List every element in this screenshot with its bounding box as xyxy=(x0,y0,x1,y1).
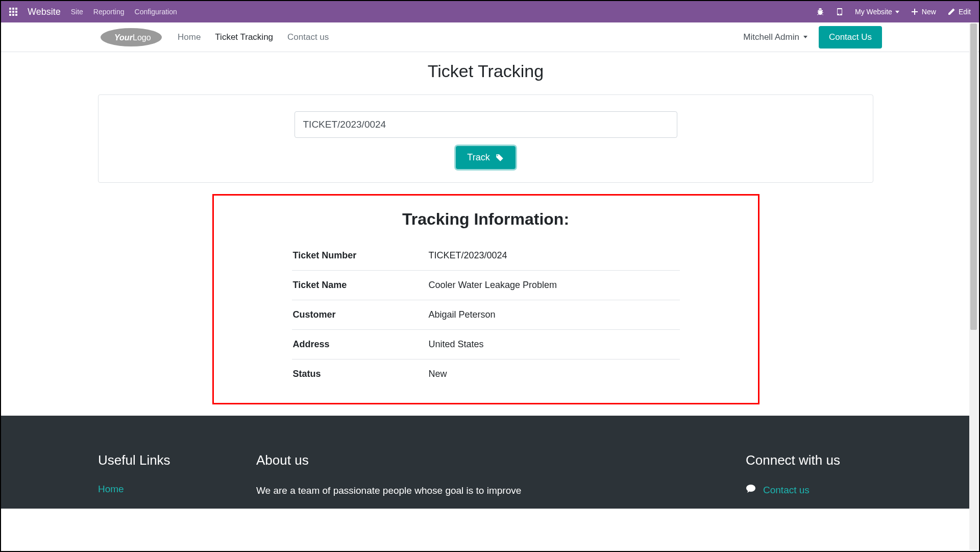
footer-link-home[interactable]: Home xyxy=(98,484,124,495)
admin-topbar: Website Site Reporting Configuration My … xyxy=(1,1,979,22)
search-card: Track xyxy=(98,94,873,183)
menu-reporting[interactable]: Reporting xyxy=(93,8,125,16)
row-label: Ticket Name xyxy=(292,271,428,300)
row-label: Status xyxy=(292,359,428,389)
chat-icon xyxy=(746,484,756,496)
table-row: Customer Abigail Peterson xyxy=(292,300,680,330)
edit-button[interactable]: Edit xyxy=(947,8,971,16)
new-label: New xyxy=(922,8,936,16)
contact-us-button[interactable]: Contact Us xyxy=(819,26,882,49)
menu-configuration[interactable]: Configuration xyxy=(135,8,177,16)
main-content: Ticket Tracking Track Tracking Informati… xyxy=(1,52,970,404)
row-value: Abigail Peterson xyxy=(428,300,680,330)
chevron-down-icon xyxy=(895,11,899,13)
bug-icon[interactable] xyxy=(816,8,824,16)
apps-icon[interactable] xyxy=(9,8,17,16)
site-navbar: Your Logo Home Ticket Tracking Contact u… xyxy=(1,22,979,52)
footer-heading: About us xyxy=(256,452,715,468)
track-button[interactable]: Track xyxy=(456,146,515,169)
tag-icon xyxy=(495,153,504,162)
footer-about: About us We are a team of passionate peo… xyxy=(256,452,715,498)
row-value: New xyxy=(428,359,680,389)
edit-label: Edit xyxy=(959,8,971,16)
my-website-label: My Website xyxy=(855,8,892,16)
row-value: Cooler Water Leakage Problem xyxy=(428,271,680,300)
footer-heading: Connect with us xyxy=(746,452,873,468)
nav-contact[interactable]: Contact us xyxy=(287,32,329,42)
logo[interactable]: Your Logo xyxy=(98,27,164,48)
user-name: Mitchell Admin xyxy=(743,32,799,42)
plus-icon xyxy=(911,8,919,16)
new-button[interactable]: New xyxy=(911,8,936,16)
svg-text:Your: Your xyxy=(114,33,133,42)
app-name[interactable]: Website xyxy=(28,7,61,17)
row-value: TICKET/2023/0024 xyxy=(428,241,680,271)
footer-link-label: Contact us xyxy=(763,485,810,496)
row-label: Ticket Number xyxy=(292,241,428,271)
track-label: Track xyxy=(467,152,489,163)
topbar-right: My Website New Edit xyxy=(816,8,971,16)
tracking-table: Ticket Number TICKET/2023/0024 Ticket Na… xyxy=(292,241,680,389)
table-row: Status New xyxy=(292,359,680,389)
scrollbar-thumb[interactable] xyxy=(970,23,977,330)
row-value: United States xyxy=(428,330,680,359)
nav-home[interactable]: Home xyxy=(178,32,201,42)
scrollbar[interactable] xyxy=(969,23,978,550)
footer-about-text: We are a team of passionate people whose… xyxy=(256,484,715,498)
nav-right: Mitchell Admin Contact Us xyxy=(743,26,882,49)
mobile-icon[interactable] xyxy=(836,8,844,16)
topbar-left: Website Site Reporting Configuration xyxy=(9,7,177,17)
pencil-icon xyxy=(947,8,955,16)
tracking-info-panel: Tracking Information: Ticket Number TICK… xyxy=(212,194,760,404)
footer: Useful Links Home About us We are a team… xyxy=(1,416,970,509)
my-website-dropdown[interactable]: My Website xyxy=(855,8,899,16)
footer-link-contact[interactable]: Contact us xyxy=(746,484,810,496)
nav-links: Home Ticket Tracking Contact us xyxy=(178,32,329,42)
svg-text:Logo: Logo xyxy=(133,33,151,42)
user-dropdown[interactable]: Mitchell Admin xyxy=(743,32,807,42)
table-row: Address United States xyxy=(292,330,680,359)
footer-connect: Connect with us Contact us xyxy=(746,452,873,498)
table-row: Ticket Name Cooler Water Leakage Problem xyxy=(292,271,680,300)
footer-heading: Useful Links xyxy=(98,452,226,468)
tracking-heading: Tracking Information: xyxy=(244,210,727,229)
footer-useful: Useful Links Home xyxy=(98,452,226,498)
row-label: Customer xyxy=(292,300,428,330)
table-row: Ticket Number TICKET/2023/0024 xyxy=(292,241,680,271)
nav-ticket-tracking[interactable]: Ticket Tracking xyxy=(215,32,273,42)
chevron-down-icon xyxy=(803,36,807,38)
menu-site[interactable]: Site xyxy=(71,8,83,16)
row-label: Address xyxy=(292,330,428,359)
page-title: Ticket Tracking xyxy=(98,52,873,94)
ticket-input[interactable] xyxy=(295,111,677,138)
